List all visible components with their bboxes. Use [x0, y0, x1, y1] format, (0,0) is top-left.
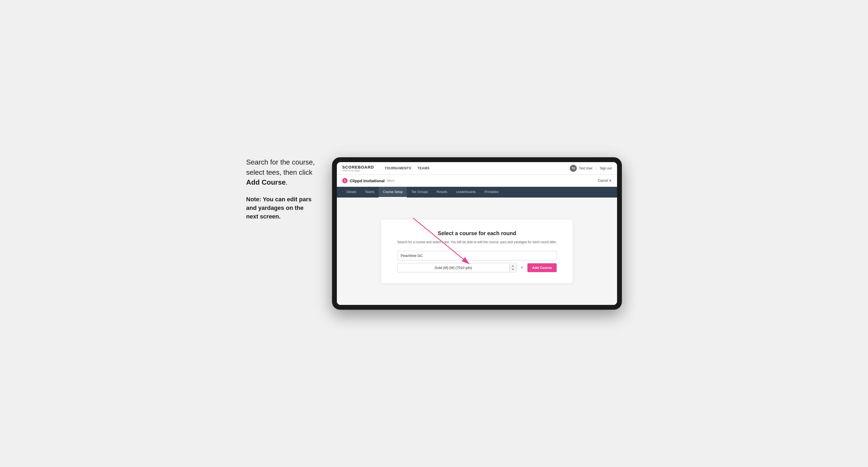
tee-arrow-up[interactable]: ▲ [510, 264, 517, 268]
note-annotation-text: Note: You can edit pars and yardages on … [246, 195, 316, 221]
tee-value-label: Gold (M) (M) (7010 yds) [398, 263, 509, 272]
tablet-frame: SCOREBOARD Powered by clippd TOURNAMENTS… [332, 157, 622, 310]
tournament-icon: C [342, 178, 348, 183]
course-card: Select a course for each round Search fo… [381, 220, 573, 283]
tournament-title: C Clippd Invitational (Men) [342, 178, 395, 183]
main-annotation-text: Search for the course, select tees, then… [246, 157, 316, 188]
header-right: TU Test User | Sign out [570, 165, 612, 172]
card-description: Search for a course and select a tee. Yo… [397, 240, 557, 245]
avatar: TU [570, 165, 577, 172]
cancel-button[interactable]: Cancel ✕ [598, 179, 612, 183]
tab-bar: Details Teams Course Setup Tee Groups Re… [337, 187, 617, 197]
tab-leaderboards[interactable]: Leaderboards [452, 187, 480, 197]
tournament-badge: (Men) [387, 179, 395, 182]
tab-tee-groups[interactable]: Tee Groups [407, 187, 432, 197]
tab-printables[interactable]: Printables [480, 187, 503, 197]
tab-results[interactable]: Results [432, 187, 452, 197]
add-course-button[interactable]: Add Course [527, 263, 557, 272]
user-label: Test User [579, 166, 593, 170]
logo-area: SCOREBOARD Powered by clippd [342, 165, 374, 172]
left-annotation: Search for the course, select tees, then… [246, 157, 316, 221]
card-title: Select a course for each round [397, 230, 557, 237]
app-header: SCOREBOARD Powered by clippd TOURNAMENTS… [337, 162, 617, 175]
nav-teams[interactable]: TEAMS [417, 166, 430, 170]
tab-course-setup[interactable]: Course Setup [379, 187, 407, 197]
pipe-separator: | [596, 166, 597, 170]
tee-arrow-down[interactable]: ▼ [510, 268, 517, 271]
tee-controls: Gold (M) (M) (7010 yds) ▲ ▼ [397, 263, 517, 272]
sign-out-link[interactable]: Sign out [600, 166, 612, 170]
header-nav: TOURNAMENTS TEAMS [384, 166, 429, 170]
logo-title: SCOREBOARD [342, 165, 374, 169]
tablet-screen: SCOREBOARD Powered by clippd TOURNAMENTS… [337, 162, 617, 305]
tab-details[interactable]: Details [342, 187, 361, 197]
tee-select-row: Gold (M) (M) (7010 yds) ▲ ▼ ✕ Add Course [397, 263, 557, 272]
tee-clear-button[interactable]: ✕ [519, 266, 525, 270]
nav-tournaments[interactable]: TOURNAMENTS [384, 166, 411, 170]
main-content: Select a course for each round Search fo… [337, 197, 617, 305]
page-wrapper: Search for the course, select tees, then… [246, 157, 622, 310]
tee-arrow-buttons: ▲ ▼ [509, 264, 517, 271]
tournament-name: Clippd Invitational [350, 179, 384, 183]
tournament-header: C Clippd Invitational (Men) Cancel ✕ [337, 175, 617, 187]
logo-subtitle: Powered by clippd [342, 169, 374, 172]
tab-teams[interactable]: Teams [361, 187, 379, 197]
course-search-input[interactable] [397, 251, 557, 260]
